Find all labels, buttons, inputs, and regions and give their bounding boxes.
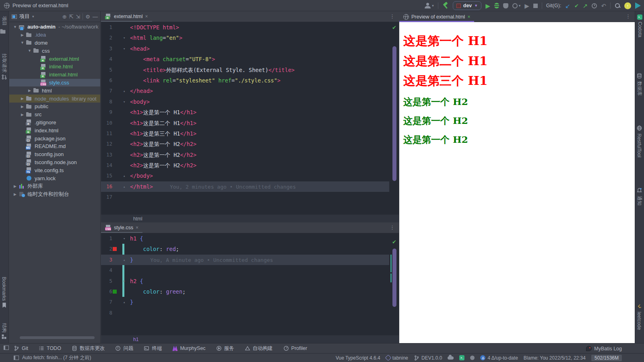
fold-marker-icon[interactable]: ▴ — [123, 86, 125, 96]
code-line-17[interactable]: 17 — [101, 192, 399, 202]
code-line-11[interactable]: 11<h1>这是第三个 H1</h1> — [101, 128, 399, 139]
tool-window-button-profiler[interactable]: Profiler — [283, 346, 308, 351]
tab-options-icon[interactable]: ⋮ — [390, 13, 395, 19]
rollback-button[interactable]: ↶ — [601, 3, 606, 9]
run-disabled-button[interactable]: ▶ — [524, 3, 529, 9]
tree-item-vite.config.ts[interactable]: TSvite.config.ts — [9, 166, 100, 174]
tree-item-internal.html[interactable]: Hinternal.html — [9, 71, 100, 79]
tree-item-yarn.lock[interactable]: yarn.lock — [9, 174, 100, 182]
tree-item-src[interactable]: ▶src — [9, 111, 100, 119]
tree-arrow-icon[interactable]: ▶ — [19, 113, 26, 117]
code-line-4[interactable]: 4 — [101, 265, 399, 276]
tree-item-node_modules[interactable]: ▶node_moduleslibrary root — [9, 95, 100, 103]
css-editor[interactable]: 1▾h1 {2 color: red;3▴}You, A minute ago … — [101, 233, 399, 335]
code-line-9[interactable]: 9<h1>这是第一个 H1</h1> — [101, 107, 399, 117]
tree-item-css[interactable]: ▼css — [9, 47, 100, 55]
tab-preview[interactable]: Preview of external.html × — [399, 11, 474, 22]
close-icon[interactable]: × — [145, 14, 148, 19]
tree-arrow-icon[interactable]: ▼ — [19, 41, 26, 45]
tree-item-.gitignore[interactable]: ⊘.gitignore — [9, 119, 100, 127]
code-line-16[interactable]: 16▴</html>You, 2 minutes ago • Uncommitt… — [101, 181, 399, 192]
profiler-button[interactable]: ▾ — [512, 3, 521, 8]
expand-all-button[interactable]: ⇱ — [69, 14, 74, 20]
tree-arrow-icon[interactable]: ▶ — [12, 184, 19, 188]
tree-item-html[interactable]: ▶html — [9, 86, 100, 95]
search-everywhere-button[interactable] — [615, 3, 620, 8]
fold-marker-icon[interactable]: ▾ — [123, 233, 125, 244]
fold-marker-icon[interactable]: ▾ — [123, 276, 125, 286]
code-line-7[interactable]: 7▴</head> — [101, 86, 399, 96]
status-widget-cloud-icon[interactable] — [448, 356, 454, 360]
tree-arrow-icon[interactable]: ▶ — [26, 88, 33, 93]
build-button[interactable] — [442, 2, 449, 9]
code-line-2[interactable]: 2 color: red; — [101, 244, 399, 254]
locate-file-button[interactable]: ⊕ — [62, 14, 67, 20]
tool-window-button-murphysec[interactable]: MurphySec — [172, 346, 205, 351]
fold-marker-icon[interactable]: ▾ — [123, 43, 125, 54]
stop-button[interactable] — [533, 4, 538, 8]
code-line-2[interactable]: 2▾<html lang="en"> — [101, 33, 399, 43]
tree-item-package.json[interactable]: {;}package.json — [9, 134, 100, 142]
tool-window-button-git[interactable]: Git — [14, 346, 28, 351]
status-widget-blame-you-2022-5-12-22-34[interactable]: Blame: You 2022/5/12, 22:34 — [524, 355, 586, 361]
tree-item-dome[interactable]: ▼dome — [9, 39, 100, 47]
tab-style-css[interactable]: CSS style.css × — [101, 222, 142, 233]
code-line-7[interactable]: 7▴} — [101, 297, 399, 307]
update-project-button[interactable]: ↙ — [565, 3, 570, 9]
tool-window-button-数据库更改[interactable]: 数据库更改 — [72, 345, 105, 352]
tool-window-button-todo[interactable]: TODO — [39, 346, 61, 351]
status-widget-vue-typescript-4-6-4[interactable]: Vue TypeScript 4.6.4 — [336, 355, 380, 361]
settings-gear-icon[interactable]: ⚙ — [85, 14, 90, 20]
code-line-3[interactable]: 3▴}You, A minute ago • Uncommitted chang… — [101, 255, 399, 265]
close-icon[interactable]: × — [467, 14, 470, 20]
collapse-all-button[interactable]: ⇲ — [76, 14, 80, 20]
fold-marker-icon[interactable]: ▾ — [123, 33, 125, 43]
code-line-1[interactable]: 1▾h1 { — [101, 233, 399, 244]
tool-windows-toggle-icon[interactable] — [4, 346, 9, 350]
tool-window-button-服务[interactable]: 服务 — [216, 345, 234, 352]
push-button[interactable]: ↗ — [583, 3, 588, 9]
tree-item-style.css[interactable]: CSSstyle.css — [9, 79, 100, 87]
tree-item-inline.html[interactable]: Hinline.html — [9, 63, 100, 71]
tool-window-button-自动构建[interactable]: 自动构建 — [245, 345, 273, 352]
color-swatch-icon[interactable] — [113, 290, 117, 294]
tree-item-README.md[interactable]: MDREADME.md — [9, 142, 100, 150]
status-widget-lock-icon[interactable] — [470, 356, 475, 360]
tree-arrow-icon[interactable]: ▶ — [19, 33, 26, 37]
user-button[interactable]: ▾ — [425, 3, 434, 8]
code-line-6[interactable]: 6 color: green; — [101, 286, 399, 297]
code-line-4[interactable]: 4 <meta charset="UTF-8"> — [101, 54, 399, 64]
tool-window-button-问题[interactable]: 问题 — [115, 345, 133, 352]
code-line-8[interactable]: 8▾<body> — [101, 97, 399, 107]
tree-item-external.html[interactable]: Hexternal.html — [9, 55, 100, 63]
tab-options-icon[interactable]: ⋮ — [625, 13, 631, 19]
tree-item-[interactable]: ▶外部库 — [9, 182, 100, 190]
code-line-5[interactable]: 5 <title>外部样式表(External Style. Sheet)</t… — [101, 65, 399, 75]
history-button[interactable] — [592, 3, 597, 8]
code-line-14[interactable]: 14<h2>这是第一个 H2</h2> — [101, 160, 399, 171]
code-line-12[interactable]: 12<h2>这是第一个 H2</h2> — [101, 139, 399, 149]
scrollbar-thumb[interactable] — [392, 46, 396, 181]
tree-arrow-icon[interactable]: ▶ — [19, 105, 26, 109]
css-breadcrumb[interactable]: h1 — [101, 335, 399, 343]
status-widget-tabnine[interactable]: tabnine — [386, 355, 408, 361]
tree-arrow-icon[interactable]: ▼ — [26, 49, 33, 53]
tree-item-.idea[interactable]: ▶.idea — [9, 31, 100, 39]
status-widget-502-1536m[interactable]: 502/1536M — [591, 355, 622, 361]
tree-item-[interactable]: ▶临时文件和控制台 — [9, 190, 100, 198]
code-line-3[interactable]: 3▾<head> — [101, 43, 399, 54]
tree-arrow-icon[interactable]: ▶ — [19, 97, 26, 101]
tree-item-public[interactable]: ▶public — [9, 103, 100, 111]
tree-item-index.html[interactable]: Hindex.html — [9, 126, 100, 134]
html-editor[interactable]: 1<!DOCTYPE html>2▾<html lang="en">3▾<hea… — [101, 22, 399, 214]
commit-button[interactable]: ✔ — [574, 3, 579, 8]
code-line-10[interactable]: 10<h1>这是第二个 H1</h1> — [101, 118, 399, 128]
tree-item-auto-admin[interactable]: ▼auto-admin- ~/software/work — [9, 23, 100, 31]
code-line-6[interactable]: 6 <link rel="stylesheet" href="./style.c… — [101, 75, 399, 86]
tree-item-tsconfig.json[interactable]: {;}tsconfig.json — [9, 150, 100, 158]
tool-window-button-mybatis-log[interactable]: MyBatis Log — [586, 346, 622, 352]
tree-arrow-icon[interactable]: ▼ — [12, 25, 19, 29]
tab-external-html[interactable]: H external.html × — [101, 11, 152, 22]
scrollbar-thumb[interactable] — [392, 249, 396, 307]
code-line-13[interactable]: 13<h2>这是第一个 H2</h2> — [101, 150, 399, 160]
